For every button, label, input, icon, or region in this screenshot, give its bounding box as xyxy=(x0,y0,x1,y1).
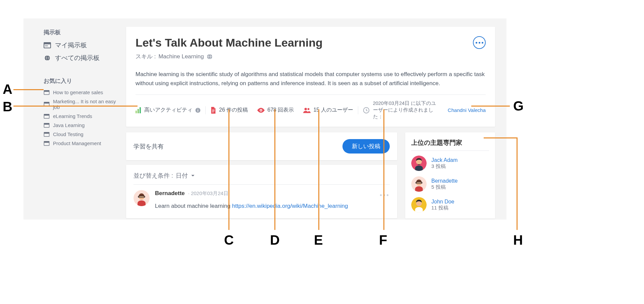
svg-rect-28 xyxy=(212,111,214,111)
experts-card: 上位の主題専門家 Jack Adam 3 投稿 Bernadette 5 投稿 xyxy=(405,132,495,219)
posts-stat-label: 26 件の投稿 xyxy=(219,107,248,114)
post-link[interactable]: https://en.wikipedia.org/wiki/Machine_le… xyxy=(232,203,348,209)
skill-label: スキル : xyxy=(136,53,156,60)
globe-icon xyxy=(44,55,51,61)
sidebar-item-label: マイ掲示板 xyxy=(55,41,87,50)
svg-rect-1 xyxy=(44,43,51,44)
expert-name-link[interactable]: John Doe xyxy=(431,198,454,205)
more-dots-icon xyxy=(476,42,477,44)
annotation-letter-d: D xyxy=(270,233,280,248)
clock-icon xyxy=(363,107,370,114)
svg-rect-27 xyxy=(212,110,214,110)
creator-link[interactable]: Chandni Valecha xyxy=(448,107,486,113)
share-card: 学習を共有 新しい投稿 xyxy=(126,132,397,160)
board-title: Let's Talk About Machine Learning xyxy=(136,36,323,49)
svg-rect-22 xyxy=(138,109,139,113)
expert-item: Jack Adam 3 投稿 xyxy=(411,156,489,171)
svg-point-26 xyxy=(198,109,198,109)
svg-rect-7 xyxy=(44,90,49,92)
sidebar-item-label: eLearning Trends xyxy=(53,113,92,119)
expert-item: John Doe 11 投稿 xyxy=(411,197,489,212)
board-icon xyxy=(44,132,50,137)
svg-rect-23 xyxy=(140,107,141,113)
expert-posts: 5 投稿 xyxy=(431,184,458,190)
sidebar-heading-boards: 掲示板 xyxy=(44,28,117,36)
avatar-jack xyxy=(411,156,427,171)
sidebar-fav-item[interactable]: Cloud Testing xyxy=(44,131,117,137)
globe-icon xyxy=(207,54,213,60)
sidebar-fav-item[interactable]: How to generate sales xyxy=(44,89,117,95)
svg-point-32 xyxy=(305,108,307,110)
board-more-button[interactable] xyxy=(473,36,486,49)
annotation-letter-h: H xyxy=(513,233,523,248)
svg-rect-25 xyxy=(198,110,198,111)
board-header-card: Let's Talk About Machine Learning スキル : … xyxy=(126,27,495,127)
svg-point-33 xyxy=(308,108,310,110)
expert-posts: 11 投稿 xyxy=(431,205,454,211)
activity-level: 高いアクティビティ xyxy=(136,107,205,114)
sidebar-fav-item[interactable]: Product Management xyxy=(44,140,117,146)
annotation-letter-b: B xyxy=(3,99,12,114)
annotation-letter-c: C xyxy=(224,233,234,248)
expert-name-link[interactable]: Jack Adam xyxy=(431,157,458,163)
sidebar-fav-item[interactable]: Java Learning xyxy=(44,122,117,128)
board-icon xyxy=(44,90,50,95)
users-icon xyxy=(303,107,311,113)
sidebar-fav-item[interactable]: eLearning Trends xyxy=(44,113,117,119)
expert-item: Bernadette 5 投稿 xyxy=(411,176,489,192)
feed-card: 並び替え条件 : 日付 Bernadette · 2020年03月24日 Lea… xyxy=(126,165,397,218)
sort-value: 日付 xyxy=(176,172,188,180)
new-post-button[interactable]: 新しい投稿 xyxy=(342,139,390,154)
svg-rect-17 xyxy=(44,141,49,142)
sidebar-item-my-boards[interactable]: マイ掲示板 xyxy=(44,41,117,50)
board-icon xyxy=(44,123,50,128)
svg-rect-15 xyxy=(44,132,49,133)
activity-level-label: 高いアクティビティ xyxy=(144,107,193,114)
board-description: Machine learning is the scientific study… xyxy=(136,70,486,95)
created-by: 2020年03月24日 に以下のユーザーにより作成されました： Chandni … xyxy=(358,100,486,120)
post-date: · 2020年03月24日 xyxy=(188,190,228,197)
post-more-button[interactable]: ••• xyxy=(380,191,390,199)
avatar-bernadette xyxy=(411,176,427,192)
info-icon[interactable] xyxy=(195,108,201,113)
svg-rect-21 xyxy=(136,111,137,113)
avatar-bernadette xyxy=(133,190,150,206)
sidebar-item-all-boards[interactable]: すべての掲示板 xyxy=(44,54,117,62)
sidebar-item-label: すべての掲示板 xyxy=(55,54,100,62)
share-label: 学習を共有 xyxy=(133,142,164,150)
svg-rect-9 xyxy=(44,102,49,104)
sidebar-item-label: Product Management xyxy=(53,140,101,146)
board-icon xyxy=(44,141,50,146)
annotation-letter-f: F xyxy=(379,233,387,248)
annotation-letter-a: A xyxy=(3,82,12,97)
posts-stat: 26 件の投稿 xyxy=(206,107,253,114)
avatar-john xyxy=(411,197,427,212)
board-skill-row: スキル : Machine Learning xyxy=(136,53,486,60)
board-icon xyxy=(44,114,50,119)
sort-dropdown[interactable]: 並び替え条件 : 日付 xyxy=(133,172,390,185)
views-stat: 678 回表示 xyxy=(253,107,299,114)
activity-bars-icon xyxy=(136,107,142,113)
post-content: Learn about machine learning https://en.… xyxy=(155,203,374,209)
expert-name-link[interactable]: Bernadette xyxy=(431,178,458,184)
expert-posts: 3 投稿 xyxy=(431,163,458,170)
sidebar-item-label: Cloud Testing xyxy=(53,131,84,137)
sidebar-fav-item[interactable]: Marketing... It is not an easy job xyxy=(44,99,117,110)
experts-title: 上位の主題専門家 xyxy=(411,138,489,151)
sidebar-item-label: How to generate sales xyxy=(53,89,103,95)
users-stat-label: 15 人のユーザー xyxy=(313,107,353,114)
chevron-down-icon xyxy=(191,173,195,178)
annotation-letter-g: G xyxy=(513,99,524,114)
skill-name: Machine Learning xyxy=(158,53,204,60)
users-stat: 15 人のユーザー xyxy=(299,107,358,114)
svg-rect-2 xyxy=(45,46,48,46)
sort-prefix: 並び替え条件 : xyxy=(133,172,173,180)
views-stat-label: 678 回表示 xyxy=(267,107,294,114)
board-stats-row: 高いアクティビティ 26 件の投稿 678 回表示 15 人のユーザー 2020… xyxy=(136,100,486,120)
svg-rect-29 xyxy=(212,112,214,112)
post-author[interactable]: Bernadette xyxy=(155,190,185,197)
created-text: 2020年03月24日 に以下のユーザーにより作成されました： xyxy=(373,100,437,120)
sidebar: 掲示板 マイ掲示板 すべての掲示板 お気に入り How to generate … xyxy=(44,28,117,149)
svg-rect-13 xyxy=(44,123,49,124)
sidebar-item-label: Java Learning xyxy=(53,122,85,128)
